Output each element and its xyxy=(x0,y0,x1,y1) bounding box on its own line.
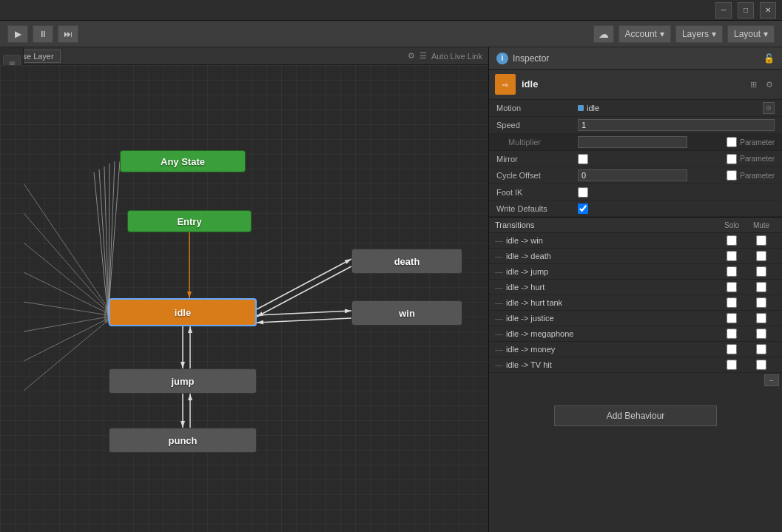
motion-edit-icon[interactable]: ⊙ xyxy=(763,102,775,114)
transition-solo-7[interactable] xyxy=(727,344,737,354)
write-defaults-label: Write Defaults xyxy=(496,204,578,213)
inspector-title: Inspector xyxy=(513,53,549,64)
main-layout: Base Layer ⚙ ☰ Auto Live Link ⊞ ↙ ↖ ↙ ↖ … xyxy=(0,47,782,532)
transition-solo-2[interactable] xyxy=(727,266,737,277)
transition-mute-8[interactable] xyxy=(756,360,766,370)
collapse-transitions-button[interactable]: − xyxy=(764,374,779,386)
mirror-label: Mirror xyxy=(496,155,578,164)
any-state-node[interactable]: Any State xyxy=(120,150,246,172)
inspector-icon: i xyxy=(496,53,508,64)
transition-mute-7[interactable] xyxy=(756,344,766,354)
transition-mute-2[interactable] xyxy=(756,266,766,277)
win-node[interactable]: win xyxy=(351,300,462,326)
title-bar: ─ □ ✕ xyxy=(0,0,782,21)
entry-node[interactable]: Entry xyxy=(127,210,252,232)
multiplier-label: Multiplier xyxy=(496,138,578,147)
graph-menu-icon[interactable]: ☰ xyxy=(419,51,427,61)
svg-line-21 xyxy=(24,272,109,314)
motion-label: Motion xyxy=(496,104,578,112)
svg-line-25 xyxy=(24,320,109,391)
motion-dot-icon xyxy=(578,105,584,111)
mirror-param-checkbox[interactable] xyxy=(727,154,737,164)
svg-line-13 xyxy=(109,161,115,309)
transition-solo-5[interactable] xyxy=(727,313,737,323)
death-node[interactable]: death xyxy=(351,249,462,274)
transitions-header: Transitions Solo Mute xyxy=(489,218,782,233)
inspector-header: i Inspector 🔓 xyxy=(489,47,782,70)
svg-line-7 xyxy=(257,318,351,323)
transition-solo-0[interactable] xyxy=(727,235,737,246)
transition-mute-1[interactable] xyxy=(756,251,766,261)
motion-value: idle xyxy=(587,104,599,112)
transition-mute-0[interactable] xyxy=(756,235,766,246)
foot-ik-checkbox[interactable] xyxy=(578,187,588,198)
write-defaults-checkbox[interactable] xyxy=(578,203,588,214)
layers-dropdown[interactable]: Layers ▾ xyxy=(675,25,723,43)
play-button[interactable]: ▶ xyxy=(7,25,28,43)
transition-solo-6[interactable] xyxy=(727,329,737,339)
svg-line-14 xyxy=(109,164,109,313)
transition-mute-3[interactable] xyxy=(756,282,766,292)
cycle-offset-field-row: Cycle Offset Parameter xyxy=(489,167,782,184)
inspector-panel: i Inspector 🔓 ⇨ idle ⊞ ⚙ xyxy=(488,47,782,532)
punch-node[interactable]: punch xyxy=(109,428,257,453)
transition-mute-6[interactable] xyxy=(756,329,766,339)
transition-row[interactable]: — idle -> hurt xyxy=(489,280,782,295)
state-header: ⇨ idle ⊞ ⚙ xyxy=(489,70,782,100)
multiplier-input[interactable] xyxy=(578,136,687,148)
motion-field-row: Motion idle ⊙ xyxy=(489,100,782,117)
graph-canvas[interactable]: Any State Entry idle death win jump punc… xyxy=(0,65,488,532)
graph-settings-icon[interactable]: ⚙ xyxy=(408,51,415,61)
next-button[interactable]: ⏭ xyxy=(58,25,78,43)
transition-solo-1[interactable] xyxy=(727,251,737,261)
svg-line-20 xyxy=(24,243,109,312)
add-behaviour-button[interactable]: Add Behaviour xyxy=(554,405,717,426)
graph-panel[interactable]: Base Layer ⚙ ☰ Auto Live Link ⊞ ↙ ↖ ↙ ↖ … xyxy=(0,47,488,532)
mute-header-label: Mute xyxy=(746,221,776,229)
transition-mute-5[interactable] xyxy=(756,313,766,323)
cycle-param-checkbox[interactable] xyxy=(727,170,737,181)
account-chevron-icon: ▾ xyxy=(660,29,664,39)
multiplier-param-label: Parameter xyxy=(740,138,775,147)
account-dropdown[interactable]: Account ▾ xyxy=(618,25,671,43)
transition-row[interactable]: — idle -> hurt tank xyxy=(489,295,782,311)
maximize-button[interactable]: □ xyxy=(738,2,754,18)
minimize-button[interactable]: ─ xyxy=(715,2,732,18)
idle-node[interactable]: idle xyxy=(109,298,257,326)
transition-row[interactable]: — idle -> money xyxy=(489,342,782,357)
svg-line-5 xyxy=(257,266,351,317)
jump-node[interactable]: jump xyxy=(109,368,257,394)
transition-solo-4[interactable] xyxy=(727,297,737,308)
mirror-param-label: Parameter xyxy=(740,155,775,163)
svg-line-18 xyxy=(24,183,109,309)
cloud-button[interactable]: ☁ xyxy=(593,25,614,43)
bookmark-icon[interactable]: ⊞ xyxy=(746,78,760,91)
svg-line-16 xyxy=(99,169,109,320)
cycle-offset-input[interactable] xyxy=(578,169,687,181)
svg-line-6 xyxy=(257,311,351,315)
inspector-lock-icon[interactable]: 🔓 xyxy=(764,53,775,64)
motion-value-field: idle ⊙ xyxy=(578,102,775,114)
transition-solo-8[interactable] xyxy=(727,360,737,370)
mirror-checkbox[interactable] xyxy=(578,154,588,164)
svg-line-15 xyxy=(104,166,109,317)
settings-icon[interactable]: ⚙ xyxy=(763,78,776,91)
transition-row[interactable]: — idle -> TV hit xyxy=(489,357,782,373)
svg-line-12 xyxy=(109,161,120,308)
close-button[interactable]: ✕ xyxy=(760,2,776,18)
multiplier-param-checkbox[interactable] xyxy=(727,137,737,147)
transition-mute-4[interactable] xyxy=(756,297,766,308)
svg-line-23 xyxy=(24,317,109,331)
svg-line-17 xyxy=(94,172,109,324)
speed-input[interactable] xyxy=(578,119,775,131)
pause-button[interactable]: ⏸ xyxy=(33,25,53,43)
solo-header-label: Solo xyxy=(717,221,746,229)
transition-row[interactable]: — idle -> megaphone xyxy=(489,326,782,342)
transition-row[interactable]: — idle -> death xyxy=(489,249,782,264)
layout-dropdown[interactable]: Layout ▾ xyxy=(727,25,775,43)
transition-solo-3[interactable] xyxy=(727,282,737,292)
transition-row[interactable]: — idle -> win xyxy=(489,233,782,249)
svg-line-24 xyxy=(24,318,109,361)
transition-row[interactable]: — idle -> justice xyxy=(489,311,782,326)
transition-row[interactable]: — idle -> jump xyxy=(489,264,782,280)
